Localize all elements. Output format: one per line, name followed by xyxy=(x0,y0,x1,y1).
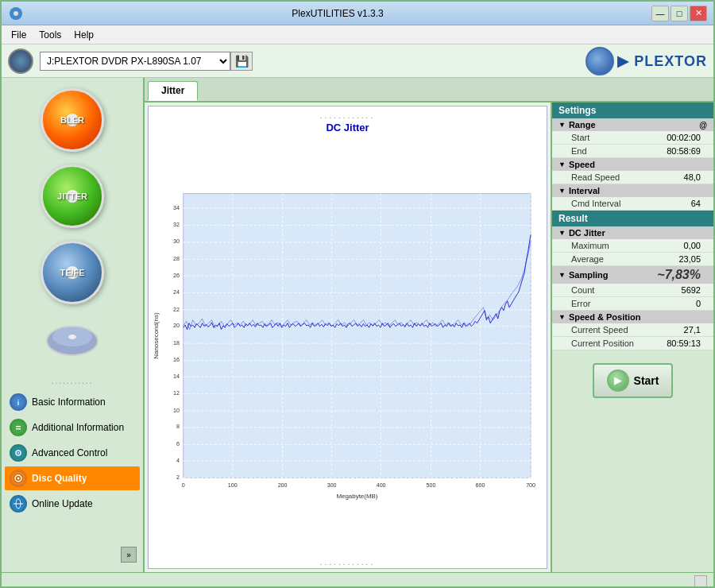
svg-text:600: 600 xyxy=(476,482,485,489)
speed-position-label: Speed & Position xyxy=(569,312,640,322)
settings-header: Settings xyxy=(552,103,713,118)
current-position-value: 80:59:13 xyxy=(667,338,701,348)
dc-jitter-avg-label: Average xyxy=(571,254,604,264)
sampling-count-value: 5692 xyxy=(682,285,701,295)
sampling-error-label: Error xyxy=(571,299,590,308)
content-with-panel: ............ DC Jitter xyxy=(145,103,713,572)
sampling-display: ~7,83% xyxy=(651,268,707,282)
svg-text:34: 34 xyxy=(173,205,180,211)
read-speed-value: 48,0 xyxy=(684,172,701,182)
svg-text:12: 12 xyxy=(173,390,180,397)
sampling-count-row: Count 5692 xyxy=(552,284,713,297)
close-button[interactable]: ✕ xyxy=(690,6,707,21)
sidebar-item-disc-quality[interactable]: Disc Quality xyxy=(5,466,140,490)
svg-text:30: 30 xyxy=(173,238,180,245)
interval-group-header[interactable]: ▼ Interval xyxy=(552,184,713,197)
chart-dots-bottom: ............ xyxy=(152,556,543,568)
drive-dropdown[interactable]: J:PLEXTOR DVDR PX-L890SA 1.07 xyxy=(40,52,230,71)
sidebar-label-disc-quality: Disc Quality xyxy=(32,473,87,484)
window-controls: — □ ✕ xyxy=(651,6,707,21)
svg-text:700: 700 xyxy=(526,482,535,489)
dc-jitter-max-row: Maximum 0,00 xyxy=(552,239,713,253)
dc-jitter-max-label: Maximum xyxy=(571,241,609,250)
svg-text:200: 200 xyxy=(278,482,288,489)
svg-text:20: 20 xyxy=(173,323,180,329)
current-speed-label: Current Speed xyxy=(571,325,628,335)
maximize-button[interactable]: □ xyxy=(671,6,688,21)
range-group-header[interactable]: ▼ Range @ xyxy=(552,118,713,131)
svg-text:4: 4 xyxy=(176,458,180,464)
current-position-row: Current Position 80:59:13 xyxy=(552,337,713,350)
basic-info-icon: i xyxy=(10,393,27,411)
menu-tools[interactable]: Tools xyxy=(33,28,68,42)
svg-text:6: 6 xyxy=(176,441,180,447)
start-btn-container: ▶ Start xyxy=(552,350,713,411)
svg-rect-9 xyxy=(16,428,21,430)
logo-icon xyxy=(586,47,614,75)
current-position-label: Current Position xyxy=(571,338,634,348)
interval-label: Interval xyxy=(569,186,600,195)
main-area: BLER JITTER TE/FE ........... xyxy=(2,78,713,572)
dc-jitter-expand-icon: ▼ xyxy=(558,229,566,237)
start-button[interactable]: ▶ Start xyxy=(593,363,674,398)
right-panel: Settings ▼ Range @ Start 00:02:00 End 80… xyxy=(551,103,713,572)
cmd-interval-row: Cmd Interval 64 xyxy=(552,197,713,211)
dc-jitter-result-header[interactable]: ▼ DC Jitter xyxy=(552,226,713,239)
range-end-row: End 80:58:69 xyxy=(552,145,713,158)
menu-file[interactable]: File xyxy=(5,28,33,42)
jitter-button[interactable]: JITTER xyxy=(33,161,112,232)
start-label: Start xyxy=(634,374,659,387)
disc-quality-icon xyxy=(10,470,27,487)
sidebar-item-advanced-control[interactable]: Advanced Control xyxy=(5,441,140,465)
sidebar-item-online-update[interactable]: Online Update xyxy=(5,492,140,516)
other-disc-button[interactable] xyxy=(33,313,112,369)
speed-group-header[interactable]: ▼ Speed xyxy=(552,158,713,171)
speed-expand-icon: ▼ xyxy=(558,161,566,168)
save-button[interactable]: 💾 xyxy=(230,52,253,71)
tefe-button[interactable]: TE/FE xyxy=(33,237,112,308)
speed-label: Speed xyxy=(569,160,595,169)
svg-text:28: 28 xyxy=(173,256,180,262)
sampling-expand-icon: ▼ xyxy=(558,271,566,279)
sampling-error-value: 0 xyxy=(696,299,701,308)
dc-jitter-avg-row: Average 23,05 xyxy=(552,253,713,266)
svg-rect-19 xyxy=(184,194,531,478)
read-speed-label: Read Speed xyxy=(571,172,620,182)
svg-point-7 xyxy=(14,423,23,432)
cmd-interval-value: 64 xyxy=(691,199,701,208)
tab-bar: Jitter xyxy=(145,78,713,103)
svg-text:Megabyte(MB): Megabyte(MB) xyxy=(336,493,377,500)
range-start-row: Start 00:02:00 xyxy=(552,131,713,145)
dc-jitter-max-value: 0,00 xyxy=(684,241,701,250)
resize-handle[interactable] xyxy=(694,575,707,588)
svg-text:8: 8 xyxy=(176,424,180,430)
expand-sidebar-button[interactable]: » xyxy=(121,547,137,563)
sidebar: BLER JITTER TE/FE ........... xyxy=(2,78,145,572)
svg-point-1 xyxy=(14,11,18,16)
svg-text:Nanosecond(ns): Nanosecond(ns) xyxy=(153,312,160,359)
titlebar: PlexUTILITIES v1.3.3 — □ ✕ xyxy=(2,2,713,25)
dc-jitter-result-label: DC Jitter xyxy=(569,228,605,238)
minimize-button[interactable]: — xyxy=(651,6,669,21)
sampling-header-label: Sampling xyxy=(569,270,609,280)
content-area: Jitter ............ DC Jitter xyxy=(145,78,713,572)
sidebar-label-advanced-control: Advanced Control xyxy=(32,447,107,458)
svg-text:10: 10 xyxy=(173,408,180,414)
jitter-chart: 2 4 6 8 10 12 14 16 18 20 22 24 26 28 xyxy=(152,137,543,554)
range-start-label: Start xyxy=(571,133,589,142)
menu-help[interactable]: Help xyxy=(68,28,100,42)
speed-position-group-header[interactable]: ▼ Speed & Position xyxy=(552,311,713,323)
svg-text:18: 18 xyxy=(173,340,180,346)
sidebar-item-basic-information[interactable]: i Basic Information xyxy=(5,390,140,414)
advanced-control-icon xyxy=(10,444,27,462)
range-expand-icon: ▼ xyxy=(558,121,566,129)
sampling-error-row: Error 0 xyxy=(552,297,713,311)
dc-jitter-avg-value: 23,05 xyxy=(678,254,701,264)
tab-jitter[interactable]: Jitter xyxy=(148,81,198,101)
bler-button[interactable]: BLER xyxy=(33,84,112,156)
cmd-interval-label: Cmd Interval xyxy=(571,199,620,208)
sampling-group-header[interactable]: ▼ Sampling ~7,83% xyxy=(552,266,713,284)
online-update-icon xyxy=(10,495,27,513)
sidebar-label-basic-information: Basic Information xyxy=(32,397,106,408)
sidebar-item-additional-information[interactable]: Additional Information xyxy=(5,416,140,439)
